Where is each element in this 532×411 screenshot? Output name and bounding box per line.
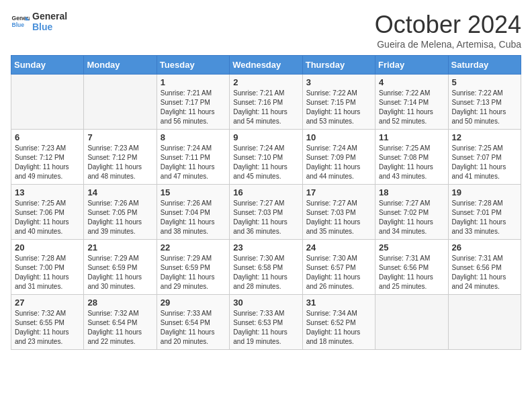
- calendar-cell: [84, 75, 157, 130]
- day-header-monday: Monday: [84, 56, 157, 75]
- title-block: October 2024 Gueira de Melena, Artemisa,…: [375, 11, 521, 50]
- day-info: Sunrise: 7:21 AMSunset: 7:17 PMDaylight:…: [161, 89, 226, 126]
- calendar-cell: 7Sunrise: 7:23 AMSunset: 7:12 PMDaylight…: [84, 130, 157, 185]
- calendar-cell: 27Sunrise: 7:32 AMSunset: 6:55 PMDayligh…: [11, 295, 84, 350]
- day-number: 27: [15, 298, 80, 308]
- day-number: 26: [452, 242, 517, 253]
- calendar-cell: 25Sunrise: 7:31 AMSunset: 6:56 PMDayligh…: [375, 240, 448, 295]
- day-number: 2: [233, 77, 298, 87]
- day-header-saturday: Saturday: [448, 56, 521, 75]
- month-title: October 2024: [375, 11, 521, 39]
- calendar-cell: 13Sunrise: 7:25 AMSunset: 7:06 PMDayligh…: [11, 185, 84, 240]
- calendar-cell: 15Sunrise: 7:26 AMSunset: 7:04 PMDayligh…: [157, 185, 229, 240]
- day-info: Sunrise: 7:28 AMSunset: 7:01 PMDaylight:…: [452, 199, 517, 236]
- day-info: Sunrise: 7:24 AMSunset: 7:09 PMDaylight:…: [306, 144, 371, 181]
- calendar-cell: 11Sunrise: 7:25 AMSunset: 7:08 PMDayligh…: [375, 130, 448, 185]
- day-info: Sunrise: 7:34 AMSunset: 6:52 PMDaylight:…: [306, 309, 371, 347]
- calendar-cell: 16Sunrise: 7:27 AMSunset: 7:03 PMDayligh…: [230, 185, 302, 240]
- day-info: Sunrise: 7:24 AMSunset: 7:10 PMDaylight:…: [233, 144, 298, 181]
- calendar-cell: 29Sunrise: 7:33 AMSunset: 6:54 PMDayligh…: [157, 295, 229, 350]
- calendar-cell: 1Sunrise: 7:21 AMSunset: 7:17 PMDaylight…: [157, 75, 229, 130]
- day-info: Sunrise: 7:21 AMSunset: 7:16 PMDaylight:…: [233, 89, 298, 126]
- day-number: 18: [379, 187, 444, 197]
- calendar-cell: 28Sunrise: 7:32 AMSunset: 6:54 PMDayligh…: [84, 295, 157, 350]
- calendar-cell: 22Sunrise: 7:29 AMSunset: 6:59 PMDayligh…: [157, 240, 229, 295]
- calendar-cell: 12Sunrise: 7:25 AMSunset: 7:07 PMDayligh…: [448, 130, 521, 185]
- page-header: General Blue General Blue October 2024 G…: [11, 11, 521, 50]
- day-info: Sunrise: 7:23 AMSunset: 7:12 PMDaylight:…: [15, 144, 80, 181]
- day-number: 15: [161, 187, 226, 197]
- calendar-week-row: 6Sunrise: 7:23 AMSunset: 7:12 PMDaylight…: [11, 130, 521, 185]
- day-info: Sunrise: 7:30 AMSunset: 6:58 PMDaylight:…: [233, 254, 298, 291]
- day-info: Sunrise: 7:27 AMSunset: 7:03 PMDaylight:…: [306, 199, 371, 236]
- day-number: 5: [452, 77, 517, 87]
- calendar-cell: 31Sunrise: 7:34 AMSunset: 6:52 PMDayligh…: [302, 295, 375, 350]
- day-info: Sunrise: 7:22 AMSunset: 7:15 PMDaylight:…: [306, 89, 371, 126]
- day-info: Sunrise: 7:31 AMSunset: 6:56 PMDaylight:…: [452, 254, 517, 291]
- calendar-cell: 20Sunrise: 7:28 AMSunset: 7:00 PMDayligh…: [11, 240, 84, 295]
- calendar-week-row: 20Sunrise: 7:28 AMSunset: 7:00 PMDayligh…: [11, 240, 521, 295]
- day-number: 22: [161, 242, 226, 253]
- day-info: Sunrise: 7:30 AMSunset: 6:57 PMDaylight:…: [306, 254, 371, 291]
- day-number: 24: [306, 242, 371, 253]
- calendar-cell: 17Sunrise: 7:27 AMSunset: 7:03 PMDayligh…: [302, 185, 375, 240]
- day-number: 23: [233, 242, 298, 253]
- day-info: Sunrise: 7:29 AMSunset: 6:59 PMDaylight:…: [161, 254, 226, 291]
- day-number: 6: [15, 132, 80, 142]
- calendar-cell: 5Sunrise: 7:22 AMSunset: 7:13 PMDaylight…: [448, 75, 521, 130]
- calendar-cell: [375, 295, 448, 350]
- calendar-cell: 18Sunrise: 7:27 AMSunset: 7:02 PMDayligh…: [375, 185, 448, 240]
- logo-general: General: [32, 11, 67, 21]
- calendar-cell: 6Sunrise: 7:23 AMSunset: 7:12 PMDaylight…: [11, 130, 84, 185]
- day-number: 29: [161, 298, 226, 308]
- day-number: 28: [87, 298, 152, 308]
- day-info: Sunrise: 7:26 AMSunset: 7:04 PMDaylight:…: [161, 199, 226, 236]
- day-info: Sunrise: 7:22 AMSunset: 7:14 PMDaylight:…: [379, 89, 444, 126]
- calendar-cell: [448, 295, 521, 350]
- calendar-cell: 24Sunrise: 7:30 AMSunset: 6:57 PMDayligh…: [302, 240, 375, 295]
- calendar-cell: 23Sunrise: 7:30 AMSunset: 6:58 PMDayligh…: [230, 240, 302, 295]
- calendar-cell: 4Sunrise: 7:22 AMSunset: 7:14 PMDaylight…: [375, 75, 448, 130]
- location-subtitle: Gueira de Melena, Artemisa, Cuba: [375, 39, 521, 50]
- day-number: 7: [87, 132, 152, 142]
- day-header-wednesday: Wednesday: [230, 56, 302, 75]
- day-number: 12: [452, 132, 517, 142]
- calendar-cell: 19Sunrise: 7:28 AMSunset: 7:01 PMDayligh…: [448, 185, 521, 240]
- day-info: Sunrise: 7:27 AMSunset: 7:02 PMDaylight:…: [379, 199, 444, 236]
- calendar-header-row: SundayMondayTuesdayWednesdayThursdayFrid…: [11, 56, 521, 75]
- day-info: Sunrise: 7:27 AMSunset: 7:03 PMDaylight:…: [233, 199, 298, 236]
- day-number: 10: [306, 132, 371, 142]
- calendar-cell: 9Sunrise: 7:24 AMSunset: 7:10 PMDaylight…: [230, 130, 302, 185]
- day-number: 21: [87, 242, 152, 253]
- calendar-cell: 26Sunrise: 7:31 AMSunset: 6:56 PMDayligh…: [448, 240, 521, 295]
- day-info: Sunrise: 7:26 AMSunset: 7:05 PMDaylight:…: [87, 199, 152, 236]
- calendar-table: SundayMondayTuesdayWednesdayThursdayFrid…: [11, 55, 521, 350]
- day-number: 17: [306, 187, 371, 197]
- day-info: Sunrise: 7:22 AMSunset: 7:13 PMDaylight:…: [452, 89, 517, 126]
- calendar-week-row: 1Sunrise: 7:21 AMSunset: 7:17 PMDaylight…: [11, 75, 521, 130]
- day-number: 20: [15, 242, 80, 253]
- calendar-cell: 30Sunrise: 7:33 AMSunset: 6:53 PMDayligh…: [230, 295, 302, 350]
- calendar-week-row: 13Sunrise: 7:25 AMSunset: 7:06 PMDayligh…: [11, 185, 521, 240]
- day-info: Sunrise: 7:32 AMSunset: 6:54 PMDaylight:…: [87, 309, 152, 347]
- day-number: 11: [379, 132, 444, 142]
- day-info: Sunrise: 7:29 AMSunset: 6:59 PMDaylight:…: [87, 254, 152, 291]
- calendar-cell: 2Sunrise: 7:21 AMSunset: 7:16 PMDaylight…: [230, 75, 302, 130]
- logo-icon: General Blue: [11, 12, 30, 31]
- logo-blue: Blue: [32, 21, 67, 32]
- day-number: 19: [452, 187, 517, 197]
- svg-text:Blue: Blue: [12, 21, 25, 28]
- day-number: 30: [233, 298, 298, 308]
- calendar-cell: 10Sunrise: 7:24 AMSunset: 7:09 PMDayligh…: [302, 130, 375, 185]
- calendar-cell: 3Sunrise: 7:22 AMSunset: 7:15 PMDaylight…: [302, 75, 375, 130]
- day-number: 31: [306, 298, 371, 308]
- day-info: Sunrise: 7:28 AMSunset: 7:00 PMDaylight:…: [15, 254, 80, 291]
- calendar-cell: 21Sunrise: 7:29 AMSunset: 6:59 PMDayligh…: [84, 240, 157, 295]
- calendar-cell: 14Sunrise: 7:26 AMSunset: 7:05 PMDayligh…: [84, 185, 157, 240]
- day-info: Sunrise: 7:32 AMSunset: 6:55 PMDaylight:…: [15, 309, 80, 347]
- day-number: 13: [15, 187, 80, 197]
- day-info: Sunrise: 7:24 AMSunset: 7:11 PMDaylight:…: [161, 144, 226, 181]
- day-info: Sunrise: 7:25 AMSunset: 7:07 PMDaylight:…: [452, 144, 517, 181]
- day-number: 16: [233, 187, 298, 197]
- calendar-cell: 8Sunrise: 7:24 AMSunset: 7:11 PMDaylight…: [157, 130, 229, 185]
